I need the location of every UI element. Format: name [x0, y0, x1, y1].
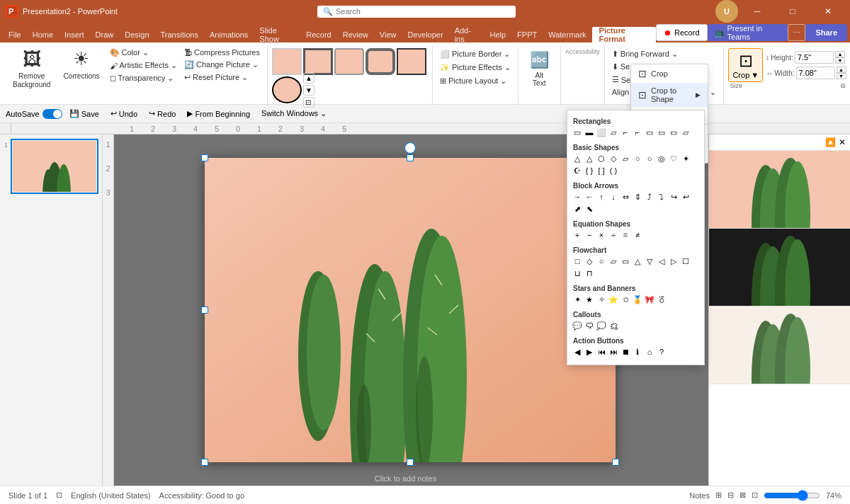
shape-basic-5[interactable]: ▱ [620, 153, 631, 164]
shape-flow-2[interactable]: ◇ [584, 256, 595, 267]
remove-background-button[interactable]: 🖼 RemoveBackground [7, 45, 56, 92]
shape-rect-6[interactable]: ⌐ [632, 127, 643, 138]
from-beginning-button[interactable]: ▶ From Beginning [183, 108, 254, 120]
reset-picture-button[interactable]: ↩ Reset Picture ⌄ [181, 71, 263, 84]
present-teams-button[interactable]: 📺 Present in Teams [708, 24, 788, 41]
styles-more[interactable]: ⊡ [303, 97, 314, 108]
height-down[interactable]: ▼ [835, 57, 845, 64]
sel-handle-br[interactable] [612, 459, 619, 466]
style-2[interactable] [303, 48, 333, 75]
shape-star-6[interactable]: 🏅 [632, 294, 643, 305]
shape-arrow-10[interactable]: ↩ [680, 191, 691, 202]
shape-rect-9[interactable]: ▭ [668, 127, 679, 138]
shape-flow-7[interactable]: ▽ [644, 256, 655, 267]
shape-action-6[interactable]: ℹ [632, 346, 643, 357]
styles-expand-down[interactable]: ▼ [303, 85, 314, 96]
tab-record[interactable]: Record [300, 27, 336, 42]
shape-flow-6[interactable]: △ [632, 256, 643, 267]
shape-basic-14[interactable]: ( ) [608, 165, 619, 176]
switch-windows-button[interactable]: Switch Windows ⌄ [257, 108, 331, 120]
shape-flow-11[interactable]: ⊔ [572, 268, 583, 279]
shape-action-5[interactable]: ⏹ [620, 346, 631, 357]
shape-eq-3[interactable]: × [596, 229, 607, 241]
tab-draw[interactable]: Draw [90, 27, 120, 42]
shape-basic-2[interactable]: △ [584, 153, 595, 164]
shape-basic-6[interactable]: ○ [632, 153, 643, 164]
shape-eq-4[interactable]: ÷ [608, 229, 619, 241]
crop-button[interactable]: ⊡ Crop ▼ [728, 48, 763, 82]
shape-flow-12[interactable]: ⊓ [584, 268, 595, 279]
crop-menu-item-crop-to-shape[interactable]: ⊡ Crop to Shape ▶ [631, 83, 708, 107]
shape-eq-6[interactable]: ≠ [632, 229, 643, 241]
shape-star-5[interactable]: ✩ [620, 294, 631, 305]
notes-button[interactable]: Notes [689, 491, 710, 500]
sel-handle-bc[interactable] [407, 459, 414, 466]
close-button[interactable]: ✕ [812, 0, 844, 23]
shape-flow-1[interactable]: □ [572, 256, 583, 267]
shape-star-1[interactable]: ✦ [572, 294, 583, 305]
shape-flow-4[interactable]: ▱ [608, 256, 619, 267]
tab-fppt[interactable]: FPPT [511, 27, 543, 42]
shape-rect-8[interactable]: ▭ [656, 127, 667, 138]
tab-insert[interactable]: Insert [59, 27, 90, 42]
shape-flow-10[interactable]: ☐ [680, 256, 691, 267]
height-input[interactable] [795, 51, 834, 64]
shape-callout-3[interactable]: 💭 [596, 320, 607, 331]
shape-arrow-6[interactable]: ⇕ [632, 191, 643, 202]
shape-arrow-8[interactable]: ⤵ [656, 191, 667, 202]
tab-transitions[interactable]: Transitions [155, 27, 204, 42]
crop-menu-item-crop[interactable]: ⊡ Crop [631, 64, 708, 83]
shape-star-3[interactable]: ✧ [596, 294, 607, 305]
tab-help[interactable]: Help [484, 27, 511, 42]
picture-layout-button[interactable]: ⊞ Picture Layout ⌄ [437, 75, 514, 87]
maximize-button[interactable]: □ [776, 0, 809, 23]
shape-callout-4[interactable]: 🗯 [608, 320, 619, 331]
tab-picture-format[interactable]: Picture Format [592, 27, 656, 42]
minimize-button[interactable]: ─ [741, 0, 774, 23]
shape-rect-10[interactable]: ▱ [680, 127, 691, 138]
tab-view[interactable]: View [374, 27, 402, 42]
fit-slide-icon[interactable]: ⊡ [56, 491, 62, 500]
shape-action-2[interactable]: ▶ [584, 346, 595, 357]
shape-arrow-2[interactable]: ← [584, 191, 595, 202]
shape-arrow-1[interactable]: → [572, 191, 583, 202]
shape-eq-5[interactable]: = [620, 229, 631, 241]
accessibility-status[interactable]: Accessibility: Good to go [159, 491, 244, 500]
shape-rect-5[interactable]: ⌐ [620, 127, 631, 138]
shape-arrow-9[interactable]: ↪ [668, 191, 679, 202]
compress-pictures-button[interactable]: 🗜 Compress Pictures [181, 47, 263, 58]
search-box[interactable]: 🔍 [317, 6, 516, 18]
shape-action-4[interactable]: ⏭ [608, 346, 619, 357]
shape-rect-4[interactable]: ▱ [608, 127, 619, 138]
panel-close-button[interactable]: ✕ [839, 137, 846, 147]
tab-watermark[interactable]: Watermark [543, 27, 591, 42]
shape-basic-11[interactable]: ☪ [572, 165, 583, 176]
ribbon-expand-button[interactable]: ⋯ [788, 24, 806, 41]
shape-action-7[interactable]: ⌂ [644, 346, 655, 357]
shape-callout-2[interactable]: 🗨 [584, 320, 595, 331]
autosave-toggle[interactable] [42, 109, 62, 119]
rotation-handle[interactable] [404, 142, 416, 154]
sel-handle-ml[interactable] [201, 307, 208, 314]
zoom-level[interactable]: 74% [826, 491, 842, 500]
shape-rect-2[interactable]: ▬ [584, 127, 595, 138]
shape-basic-13[interactable]: [ ] [596, 165, 607, 176]
color-button[interactable]: 🎨 Color ⌄ [107, 47, 181, 59]
shape-arrow-5[interactable]: ⇔ [620, 191, 631, 202]
style-selected[interactable] [272, 76, 302, 103]
redo-qa-button[interactable]: ↪ Redo [144, 108, 180, 120]
shape-flow-3[interactable]: ○ [596, 256, 607, 267]
width-up[interactable]: ▲ [837, 67, 846, 73]
shape-basic-4[interactable]: ◇ [608, 153, 619, 164]
save-qa-button[interactable]: 💾 Save [65, 108, 103, 120]
tab-addins[interactable]: Add-ins [449, 27, 484, 42]
shape-basic-8[interactable]: ◎ [656, 153, 667, 164]
tab-developer[interactable]: Developer [402, 27, 448, 42]
shape-basic-1[interactable]: △ [572, 153, 583, 164]
shape-arrow-4[interactable]: ↓ [608, 191, 619, 202]
shape-flow-8[interactable]: ◁ [656, 256, 667, 267]
shape-basic-3[interactable]: ⬡ [596, 153, 607, 164]
shape-flow-9[interactable]: ▷ [668, 256, 679, 267]
zoom-slider[interactable] [764, 490, 820, 501]
panel-collapse-button[interactable]: 🔼 [825, 137, 836, 147]
